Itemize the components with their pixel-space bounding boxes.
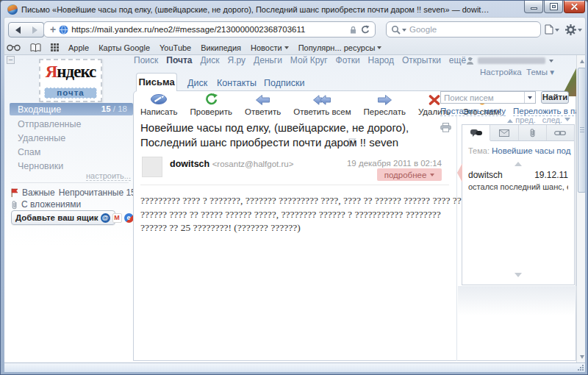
preview-subject-row: Тема: Новейшие часы под е... xyxy=(468,146,571,155)
preview-collapse-arrow[interactable] xyxy=(514,158,522,166)
nav-mail[interactable]: Почта xyxy=(166,55,192,65)
preview-tab-messages[interactable] xyxy=(490,125,518,140)
preview-message-item[interactable]: dowitsch 19.12.11 остался последний шанс… xyxy=(468,170,568,191)
user-account-menu[interactable] xyxy=(466,57,553,65)
next-message-link[interactable]: след. xyxy=(542,115,570,124)
sidebar-folder-inbox[interactable]: Входящие 15 / 18 xyxy=(10,103,133,115)
apps-grid-icon[interactable] xyxy=(51,43,59,51)
sidebar-collapse-button[interactable]: – xyxy=(7,56,15,64)
paperclip-icon xyxy=(11,200,18,210)
maximize-button[interactable] xyxy=(544,1,563,13)
mail-search-box[interactable] xyxy=(440,91,536,104)
nav-search[interactable]: Поиск xyxy=(134,55,158,65)
bookmarks-bar: Apple Карты Google YouTube Википедия Нов… xyxy=(7,41,580,54)
mail-search-input[interactable] xyxy=(441,93,524,102)
sidebar-folder-sent[interactable]: Отправленные xyxy=(10,119,133,132)
envelope-icon xyxy=(499,129,509,137)
bookmark-google-maps[interactable]: Карты Google xyxy=(98,43,150,52)
tab-subscriptions[interactable]: Подписки xyxy=(264,78,304,88)
prev-message-link[interactable]: пред. xyxy=(507,115,535,124)
resize-grip[interactable] xyxy=(577,364,584,371)
message-subject: Новейшие часы под елку, (швейцарские, не… xyxy=(140,121,449,150)
gmail-icon[interactable]: M xyxy=(112,213,122,223)
tab-contacts[interactable]: Контакты xyxy=(217,78,257,88)
reply-button[interactable]: Ответить xyxy=(245,92,281,116)
refresh-icon xyxy=(204,92,218,105)
preview-tab-conversation[interactable] xyxy=(462,125,490,140)
configure-folders-link[interactable]: настроить... xyxy=(86,171,131,181)
details-button[interactable]: подробнее xyxy=(377,168,442,181)
scroll-up-button[interactable] xyxy=(577,55,585,66)
scrollbar-thumb[interactable] xyxy=(578,68,585,193)
other-provider-icon[interactable]: e xyxy=(124,213,134,223)
forward-button[interactable]: Переслать xyxy=(364,92,406,116)
preview-item-snippet: остался последний шанс, если... xyxy=(468,182,568,191)
forward-button[interactable] xyxy=(26,22,44,38)
scroll-down-button[interactable] xyxy=(577,351,585,362)
settings-link[interactable]: Настройка xyxy=(480,68,522,76)
minimize-button[interactable] xyxy=(524,1,543,13)
sender-name: dowitsch xyxy=(170,159,209,169)
nav-otkrytki[interactable]: Открытки xyxy=(402,55,441,65)
sidebar-folder-deleted[interactable]: Удаленные xyxy=(10,133,133,146)
nav-fotki[interactable]: Фотки xyxy=(336,55,360,65)
preview-expand-arrow[interactable] xyxy=(514,273,522,281)
mailru-icon[interactable]: @ xyxy=(101,213,110,223)
sidebar-folder-spam[interactable]: Спам xyxy=(10,147,133,160)
bookmark-popular-folder[interactable]: Популярн... ресурсы xyxy=(298,43,382,52)
close-button[interactable] xyxy=(564,1,585,13)
configure-folders: настроить... xyxy=(4,171,131,180)
filter-attachments-link[interactable]: С вложениями xyxy=(21,199,81,210)
address-bar[interactable]: + xyxy=(43,21,376,38)
nav-yaru[interactable]: Я.ру xyxy=(228,55,246,65)
red-flag-icon xyxy=(11,188,18,197)
set-label-link[interactable]: Поставить метку xyxy=(440,107,506,116)
mail-search-dropdown[interactable] xyxy=(524,92,535,103)
body-line: ?????? ???? ?? ????? ?????? ?????, ?????… xyxy=(140,208,458,222)
yandex-mail-logo[interactable]: Яндекс почта xyxy=(39,59,102,102)
tab-disk[interactable]: Диск xyxy=(187,78,207,88)
browser-search-input[interactable] xyxy=(406,25,540,34)
page-scrollbar[interactable] xyxy=(576,55,585,362)
delete-x-icon xyxy=(429,92,440,105)
status-bar xyxy=(4,362,585,372)
preview-tab-attachments[interactable] xyxy=(519,125,547,140)
compose-button[interactable]: Написать xyxy=(140,92,178,116)
gear-icon xyxy=(565,24,576,35)
bookmark-news-folder[interactable]: Новости xyxy=(251,43,289,52)
nav-disk[interactable]: Диск xyxy=(200,55,219,65)
add-mailbox-button[interactable]: Добавьте ваш ящик @ M e xyxy=(11,210,115,225)
bookmark-apple[interactable]: Apple xyxy=(68,43,89,52)
prev-next-nav: пред. след. xyxy=(504,115,570,124)
page-icon xyxy=(545,24,553,35)
tab-letters[interactable]: Письма xyxy=(136,73,177,91)
body-line: ?????? ?? 25 ????????! (??????? ??????) xyxy=(140,221,458,235)
filter-important-link[interactable]: Важные xyxy=(22,188,55,198)
add-tab-icon[interactable]: + xyxy=(50,24,56,35)
reload-icon[interactable] xyxy=(360,25,370,35)
nav-money[interactable]: Деньги xyxy=(254,55,282,65)
bookmark-youtube[interactable]: YouTube xyxy=(159,43,191,52)
window-title: Письмо «Новейшие часы под елку, (швейцар… xyxy=(21,5,492,14)
filter-unread-link[interactable]: Непрочитанные 15 xyxy=(59,188,136,198)
reply-all-button[interactable]: Ответить всем xyxy=(293,92,351,116)
library-book-icon[interactable] xyxy=(30,43,41,52)
page-content: – Поиск Почта Диск Я.ру Деньги Мой Круг … xyxy=(4,55,585,362)
url-input[interactable] xyxy=(68,25,350,34)
preview-tab-links[interactable] xyxy=(547,125,574,140)
settings-menu-button[interactable] xyxy=(565,22,582,37)
bookmark-wikipedia[interactable]: Википедия xyxy=(201,43,241,52)
check-mail-button[interactable]: Проверить xyxy=(190,92,233,116)
nav-narod[interactable]: Народ xyxy=(368,55,394,65)
yandex-top-nav: Поиск Почта Диск Я.ру Деньги Мой Круг Фо… xyxy=(134,55,473,65)
back-button[interactable] xyxy=(8,22,27,38)
sidebar-divider xyxy=(11,182,129,183)
find-button[interactable]: Найти xyxy=(541,91,569,104)
browser-search-bar[interactable] xyxy=(386,21,541,38)
page-actions-dropdown-icon xyxy=(555,29,559,34)
nav-moikrug[interactable]: Мой Круг xyxy=(290,55,328,65)
themes-link[interactable]: Темы ▾ xyxy=(526,68,554,76)
reader-glasses-icon[interactable] xyxy=(7,44,21,51)
page-actions-button[interactable] xyxy=(545,22,559,37)
preview-subject-link[interactable]: Новейшие часы под е... xyxy=(492,146,571,155)
